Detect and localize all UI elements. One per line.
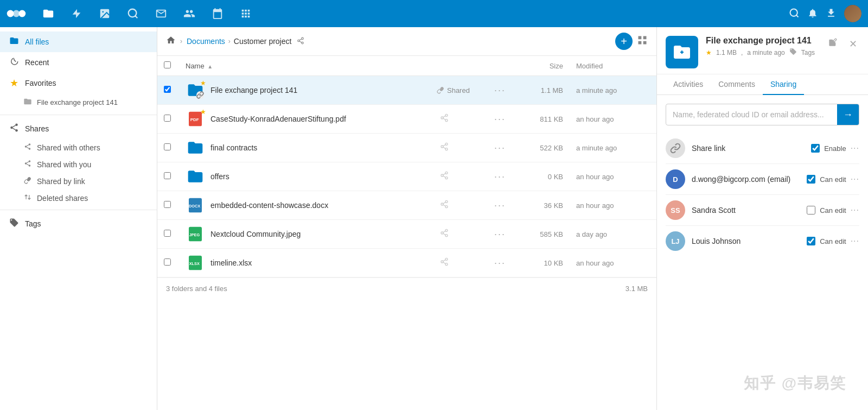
sidebar-item-favorites[interactable]: ★ Favorites bbox=[0, 73, 157, 93]
breadcrumb-documents[interactable]: Documents bbox=[187, 37, 225, 46]
row-actions-cell: ··· bbox=[484, 249, 515, 277]
row-action-dots[interactable]: ··· bbox=[491, 112, 509, 125]
row-action-dots[interactable]: ··· bbox=[491, 228, 509, 241]
sidebar-item-shared-link[interactable]: Shared by link bbox=[0, 173, 157, 190]
row-checkbox[interactable] bbox=[164, 86, 171, 93]
row-check[interactable] bbox=[157, 249, 179, 277]
share-canedit-checkbox[interactable] bbox=[807, 175, 815, 184]
row-action-dots[interactable]: ··· bbox=[491, 256, 509, 269]
share-submit-button[interactable]: → bbox=[837, 104, 859, 125]
row-name-cell: XLSX timeline.xlsx bbox=[179, 249, 430, 277]
sidebar-item-deleted-shares[interactable]: Deleted shares bbox=[0, 190, 157, 206]
svg-point-4 bbox=[102, 11, 104, 12]
breadcrumb-share-icon[interactable] bbox=[297, 37, 304, 46]
sidebar-item-shared-you[interactable]: Shared with you bbox=[0, 156, 157, 173]
nav-photos[interactable] bbox=[95, 5, 114, 22]
row-check[interactable] bbox=[157, 162, 179, 191]
nav-contacts[interactable] bbox=[180, 5, 199, 22]
row-modified: a minute ago bbox=[570, 76, 656, 105]
row-actions-cell: ··· bbox=[484, 76, 515, 105]
share-btn[interactable] bbox=[437, 113, 452, 125]
share-enable-checkbox[interactable] bbox=[811, 144, 820, 153]
rp-edit-icon[interactable] bbox=[826, 36, 839, 51]
nav-activity[interactable] bbox=[67, 5, 86, 22]
col-name-header[interactable]: Name ▲ bbox=[179, 56, 430, 76]
share-canedit-checkbox[interactable] bbox=[807, 237, 815, 245]
svg-point-27 bbox=[445, 172, 448, 174]
sidebar-item-recent[interactable]: Recent bbox=[0, 52, 157, 73]
share-input-row: → bbox=[666, 104, 859, 125]
share-btn[interactable] bbox=[437, 142, 452, 154]
share-input-field[interactable] bbox=[666, 105, 837, 124]
notifications-icon[interactable] bbox=[807, 8, 818, 20]
row-check[interactable] bbox=[157, 105, 179, 134]
svg-point-12 bbox=[29, 148, 31, 150]
row-actions-cell: ··· bbox=[484, 220, 515, 249]
file-name-label[interactable]: embedded-content-showcase.docx bbox=[210, 201, 328, 210]
share-btn[interactable] bbox=[437, 229, 452, 240]
file-icon: DOCX bbox=[186, 195, 205, 215]
view-toggle-icon[interactable] bbox=[637, 35, 648, 48]
row-check[interactable] bbox=[157, 76, 179, 105]
row-name-cell: DOCX embedded-content-showcase.docx bbox=[179, 191, 430, 220]
home-icon[interactable] bbox=[166, 35, 176, 47]
nav-mail[interactable] bbox=[152, 5, 170, 22]
share-btn[interactable] bbox=[437, 257, 452, 269]
file-area: › Documents › Customer project + bbox=[157, 27, 656, 410]
file-name-label[interactable]: offers bbox=[210, 172, 229, 181]
row-action-dots[interactable]: ··· bbox=[491, 199, 509, 212]
tab-sharing[interactable]: Sharing bbox=[763, 74, 804, 95]
row-check[interactable] bbox=[157, 191, 179, 220]
row-checkbox[interactable] bbox=[164, 115, 171, 122]
share-canedit-checkbox[interactable] bbox=[807, 206, 815, 215]
tab-activities[interactable]: Activities bbox=[666, 74, 711, 95]
share-more-button[interactable]: ··· bbox=[851, 143, 859, 153]
sidebar-item-fav-folder[interactable]: File exchange project 141 bbox=[0, 93, 157, 111]
row-modified: an hour ago bbox=[570, 249, 656, 277]
row-check[interactable] bbox=[157, 220, 179, 249]
nav-search[interactable] bbox=[124, 5, 142, 22]
add-button[interactable]: + bbox=[615, 33, 633, 50]
share-more-button[interactable]: ··· bbox=[851, 236, 859, 246]
row-action-dots[interactable]: ··· bbox=[491, 170, 509, 183]
sidebar-item-shared-others[interactable]: Shared with others bbox=[0, 139, 157, 156]
select-all-checkbox[interactable] bbox=[164, 61, 171, 68]
file-name-label[interactable]: File exchange project 141 bbox=[210, 86, 297, 94]
rp-header: File exchange project 141 ★ 1.1 MB , a m… bbox=[657, 27, 868, 74]
share-canedit-label: Can edit bbox=[820, 237, 846, 245]
nav-files[interactable] bbox=[39, 5, 58, 22]
row-checkbox[interactable] bbox=[164, 201, 171, 208]
share-btn[interactable] bbox=[437, 200, 452, 211]
row-checkbox[interactable] bbox=[164, 143, 171, 150]
share-btn[interactable] bbox=[437, 171, 452, 182]
share-more-button[interactable]: ··· bbox=[851, 174, 859, 184]
row-action-dots[interactable]: ··· bbox=[491, 84, 509, 97]
sidebar-item-all-files[interactable]: All files bbox=[0, 31, 157, 52]
nav-more[interactable] bbox=[237, 5, 255, 22]
rp-close-button[interactable]: ✕ bbox=[847, 36, 859, 52]
row-action-dots[interactable]: ··· bbox=[491, 141, 509, 154]
downloads-icon[interactable] bbox=[826, 8, 837, 20]
share-more-button[interactable]: ··· bbox=[851, 205, 859, 215]
file-name-label[interactable]: CaseStudy-KonradAdenauerStiftung.pdf bbox=[210, 115, 346, 123]
rp-star-icon: ★ bbox=[706, 49, 712, 56]
global-search-icon[interactable] bbox=[789, 8, 800, 20]
tab-comments[interactable]: Comments bbox=[711, 74, 763, 95]
row-size: 522 KB bbox=[515, 134, 570, 162]
row-checkbox[interactable] bbox=[164, 172, 171, 179]
row-checkbox[interactable] bbox=[164, 230, 171, 237]
file-name-label[interactable]: timeline.xlsx bbox=[210, 258, 252, 267]
row-share-cell bbox=[430, 191, 484, 220]
app-logo[interactable] bbox=[7, 4, 34, 23]
sidebar-item-tags[interactable]: Tags bbox=[0, 213, 157, 234]
share-row: SS Sandra Scott Can edit ··· bbox=[666, 195, 859, 226]
user-avatar[interactable] bbox=[844, 5, 861, 22]
row-checkbox[interactable] bbox=[164, 258, 171, 266]
nav-calendar[interactable] bbox=[208, 5, 227, 22]
share-name: Louis Johnson bbox=[692, 237, 741, 245]
file-name-label[interactable]: final contracts bbox=[210, 143, 257, 152]
row-check[interactable] bbox=[157, 134, 179, 162]
file-name-label[interactable]: Nextcloud Community.jpeg bbox=[210, 230, 301, 238]
svg-point-23 bbox=[445, 119, 448, 122]
sidebar-item-shares[interactable]: Shares bbox=[0, 118, 157, 139]
